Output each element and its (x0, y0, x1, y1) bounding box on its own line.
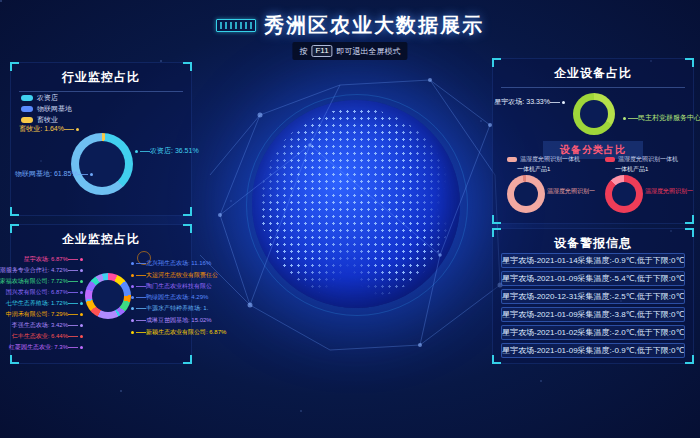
legend-item[interactable]: 温湿度光照识别一体机 (507, 155, 580, 164)
alarm-panel: 设备警报信息 星宇农场-2021-01-14采集温度:-0.9℃,低于下限:0℃… (492, 228, 694, 364)
legend-item[interactable]: 温湿度光照识别一体机 (605, 155, 678, 164)
header-badge-icon (216, 19, 256, 32)
device-class-donut-chart[interactable] (507, 175, 545, 213)
chart-label: 七华生态养殖场: 1.72% (6, 299, 85, 308)
chart-label: 民主村党群服务中心: (621, 113, 700, 123)
legend-label: 温湿度光照识别一体机 (618, 155, 678, 164)
equipment-panel: 企业设备占比 星宇农场: 33.33% 民主村党群服务中心: 设备分类占比 温湿… (492, 58, 694, 224)
network-lines-decoration (190, 55, 520, 375)
equipment-donut-chart[interactable] (573, 93, 615, 135)
chart-label: 北兴翔生态农场: 11.16% (129, 259, 211, 268)
legend-swatch (21, 117, 33, 123)
f11-key-icon: F11 (311, 45, 332, 57)
hint-prefix: 按 (299, 46, 307, 57)
chart-label: 家福农场有限公司: 7.72% (0, 277, 85, 286)
hint-suffix: 即可退出全屏模式 (337, 46, 401, 57)
industry-donut-chart[interactable] (71, 133, 133, 195)
legend-swatch (605, 157, 615, 162)
chart-label: 中润禾有限公司: 7.29% (6, 310, 85, 319)
alarm-row: 星宇农场-2021-01-14采集温度:-0.9℃,低于下限:0℃ (501, 253, 685, 268)
chart-label: 福潮服务专业合作社: 4.72% (0, 266, 85, 275)
legend-label: 温湿度光照识别一体机 (520, 155, 580, 164)
legend-label: 农资店 (37, 93, 58, 103)
legend-item[interactable]: 物联网基地 (21, 104, 72, 114)
chart-label: 星宇农场: 33.33% (494, 97, 567, 107)
header: 秀洲区农业大数据展示 (0, 12, 700, 39)
chart-label: 新颖生态农业有限公司: 6.87% (129, 328, 226, 337)
alarm-row: 星宇农场-2020-12-31采集温度:-2.5℃,低于下限:0℃ (501, 289, 685, 304)
chart-label: 物联网基地: 61.85% (15, 169, 95, 179)
panel-title: 企业设备占比 (493, 65, 693, 88)
chart-label: 陶门生态农业科技有限公 (129, 282, 212, 291)
alarm-row: 星宇农场-2021-01-09采集温度:-5.4℃,低于下限:0℃ (501, 271, 685, 286)
device-class-chart: 温湿度光照识别一体机 一体机产品1 温湿度光照识别一 (495, 155, 589, 221)
chart-label: 大运河生态牧业有限责任公 (129, 271, 218, 280)
background-dots-decoration (0, 0, 2, 2)
chart-label: 成琳豆苗园基地: 15.02% (129, 316, 212, 325)
chart-label: 星宇农场: 6.87% (24, 255, 85, 264)
legend-label: 物联网基地 (37, 104, 72, 114)
legend-swatch (21, 95, 33, 101)
panel-title: 设备警报信息 (493, 235, 693, 252)
alarm-row: 星宇农场-2021-01-09采集温度:-3.8℃,低于下限:0℃ (501, 307, 685, 322)
chart-label: 丰源水产特种养殖场: 1. (129, 304, 208, 313)
chart-label: 一体机产品1 (615, 165, 648, 174)
enterprise-donut-chart[interactable] (85, 273, 131, 319)
page-title: 秀洲区农业大数据展示 (264, 12, 484, 39)
alarm-row: 星宇农场-2021-01-02采集温度:-2.0℃,低于下限:0℃ (501, 325, 685, 340)
panel-title: 企业监控占比 (11, 231, 191, 248)
panel-title: 行业监控占比 (11, 69, 191, 92)
legend-swatch (21, 106, 33, 112)
chart-label: 红菱园生态农业: 7.3% (9, 343, 85, 352)
chart-label: 温湿度光照识别一 (645, 187, 693, 196)
chart-label: 畜牧业: 1.64% (13, 124, 81, 134)
device-class-chart: 温湿度光照识别一体机 一体机产品1 温湿度光照识别一 (593, 155, 687, 221)
alarm-row: 星宇农场-2021-01-09采集温度:-0.9℃,低于下限:0℃ (501, 343, 685, 358)
chart-label: 国兴发有限公司: 6.87% (6, 288, 85, 297)
legend-item[interactable]: 农资店 (21, 93, 58, 103)
chart-label: 温湿度光照识别一 (547, 187, 595, 196)
legend-swatch (507, 157, 517, 162)
device-class-donut-chart[interactable] (605, 175, 643, 213)
enterprise-monitor-panel: 企业监控占比 星宇农场: 6.87% 福潮服务专业合作社: 4.72% 家福农场… (10, 224, 192, 364)
fullscreen-hint: 按 F11 即可退出全屏模式 (292, 42, 407, 60)
chart-label: 一体机产品1 (517, 165, 550, 174)
industry-monitor-panel: 行业监控占比 农资店 物联网基地 畜牧业 畜牧业: 1.64% 农资店: 36.… (10, 62, 192, 216)
chart-label: 仁丰生态农业: 6.44% (12, 332, 85, 341)
dashboard: 秀洲区农业大数据展示 按 F11 即可退出全屏模式 行业监控占比 农资店 物联网… (0, 0, 700, 438)
chart-label: 鸭绿园生态农场: 4.29% (129, 293, 208, 302)
chart-label: 农资店: 36.51% (133, 146, 199, 156)
chart-label: 李强生态农场: 3.42% (12, 321, 85, 330)
